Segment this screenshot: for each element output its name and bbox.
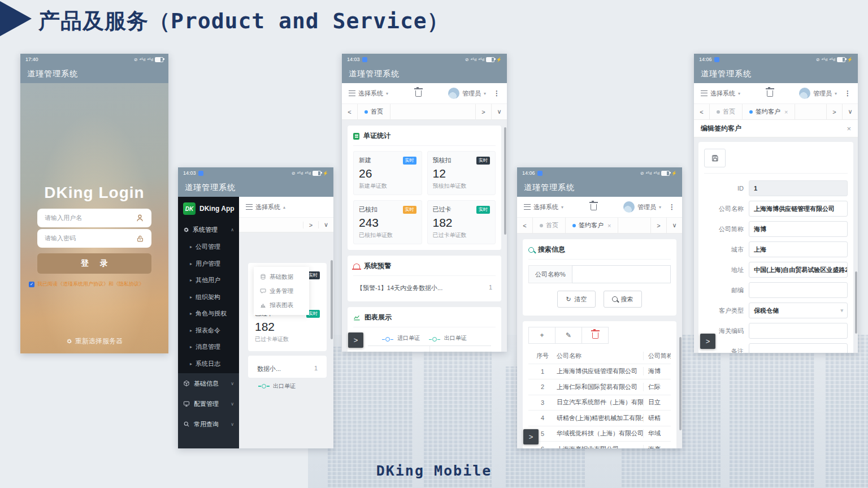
- next-tab-button[interactable]: >: [826, 104, 842, 119]
- reselect-server-link[interactable]: 重新选择服务器: [20, 336, 168, 346]
- next-tab-button[interactable]: >: [475, 104, 491, 119]
- next-page-button[interactable]: >: [700, 334, 715, 349]
- select-system-menu[interactable]: 选择系统 ▾: [524, 203, 563, 211]
- table-body: 1 上海海博供应链管理有限公司 海博 2 上海仁际和国际贸易有限公司 仁际 3: [528, 364, 671, 449]
- table-row[interactable]: 5 华域视觉科技（上海）有限公司 华域: [528, 426, 671, 442]
- sidebar-submenu-item[interactable]: ▸ 公司管理: [178, 239, 239, 256]
- clear-button[interactable]: ↻ 清空: [557, 291, 595, 308]
- sidebar-item-base-info[interactable]: 基础信息 ∨: [178, 373, 239, 394]
- form-input[interactable]: 保税仓储 ▾: [749, 303, 848, 318]
- trash-icon[interactable]: [415, 90, 422, 97]
- edit-button[interactable]: ✎: [555, 327, 582, 344]
- close-tab-icon[interactable]: ×: [607, 222, 611, 229]
- tab-home[interactable]: 首页: [710, 104, 743, 119]
- scrollbar-thumb[interactable]: [679, 337, 682, 430]
- app-title: 道瑾管理系统: [342, 65, 507, 83]
- save-button[interactable]: [704, 149, 726, 167]
- sidebar-submenu-item[interactable]: ▸ 组织架构: [178, 289, 239, 306]
- more-menu-icon[interactable]: ⋮: [844, 89, 851, 97]
- form-input[interactable]: ▾: [749, 343, 848, 353]
- admin-label[interactable]: 管理员: [637, 203, 656, 211]
- tab-list-button[interactable]: ∨: [666, 218, 682, 233]
- sidebar-submenu-item[interactable]: ▸ 报表命令: [178, 322, 239, 339]
- login-button[interactable]: 登 录: [37, 253, 151, 274]
- tab-customer[interactable]: 签约客户 ×: [566, 218, 618, 233]
- scrollbar-thumb[interactable]: [504, 127, 506, 235]
- avatar[interactable]: [623, 201, 635, 213]
- tab-label: 签约客户: [579, 221, 604, 230]
- add-button[interactable]: +: [528, 327, 555, 344]
- password-field[interactable]: 请输入密码: [37, 229, 151, 248]
- alert-row[interactable]: 【预警-1】14天内业务数据小... 1: [353, 276, 496, 296]
- next-page-button[interactable]: >: [523, 429, 539, 444]
- form-input[interactable]: 1 ▾: [749, 180, 848, 196]
- form-input[interactable]: ▾: [749, 323, 848, 339]
- bolt-icon: ⚡: [847, 57, 853, 62]
- sidebar-submenu-item[interactable]: ▸ 其他用户: [178, 272, 239, 289]
- signal-icon: ⁴⁶ıl: [471, 57, 477, 62]
- tab-customer[interactable]: 签约客户 ×: [743, 104, 795, 119]
- legend-item[interactable]: 进口单证: [382, 334, 420, 342]
- select-system-menu[interactable]: 选择系统 ▾: [349, 89, 388, 98]
- form-input[interactable]: 中国(上海)自由贸易试验区业盛路218号 ▾: [749, 262, 848, 278]
- table-row[interactable]: 6 上海海亮铜业有限公司 海亮: [528, 442, 671, 448]
- status-icons: ⊘ ⁴⁶ıl ⁴⁶ıl: [134, 57, 163, 62]
- admin-label[interactable]: 管理员: [462, 89, 481, 98]
- avatar[interactable]: [799, 88, 810, 99]
- next-tab-button[interactable]: >: [650, 218, 666, 233]
- delete-button[interactable]: [582, 327, 609, 344]
- search-button[interactable]: 搜索: [604, 291, 642, 308]
- menu-item-base-data[interactable]: 基础数据: [254, 270, 309, 284]
- form-input[interactable]: ▾: [749, 282, 848, 298]
- prev-tab-button[interactable]: <: [694, 104, 710, 119]
- app-title: 道瑾管理系统: [178, 179, 333, 197]
- more-menu-icon[interactable]: ⋮: [669, 203, 675, 211]
- form-input[interactable]: 海博 ▾: [749, 221, 848, 237]
- legend-item[interactable]: 出口单证: [429, 334, 467, 342]
- tab-home[interactable]: 首页: [533, 218, 566, 233]
- more-menu-icon[interactable]: ⋮: [493, 89, 500, 97]
- tab-label: 首页: [723, 107, 735, 116]
- prev-tab-button[interactable]: <: [517, 218, 533, 233]
- menu-item-business[interactable]: 业务管理: [254, 284, 309, 298]
- dashboard-content: 单证统计 新建 实时 26 新建单证数 预核扣: [342, 120, 507, 352]
- tab-list-button[interactable]: ∨: [491, 104, 507, 119]
- sidebar-item-queries[interactable]: 常用查询 ∨: [178, 414, 239, 434]
- table-row[interactable]: 3 日立汽车系统部件（上海）有限公司 日立: [528, 395, 671, 411]
- menu-item-reports[interactable]: 报表图表: [254, 298, 309, 312]
- admin-label[interactable]: 管理员: [813, 89, 832, 98]
- table-row[interactable]: 4 研精舍(上海)精密机械加工有限公司 研精: [528, 411, 671, 426]
- sidebar-submenu-item[interactable]: ▸ 角色与授权: [178, 305, 239, 322]
- phone-header: 17:40 ⊘ ⁴⁶ıl ⁴⁶ıl 道瑾管理系统: [20, 54, 168, 83]
- scrollbar-thumb[interactable]: [331, 260, 333, 339]
- close-panel-icon[interactable]: ×: [847, 124, 851, 133]
- sidebar-item-system-admin[interactable]: 系统管理 ∧: [178, 221, 239, 239]
- form-row: 城市 上海 ▾: [704, 241, 848, 257]
- form-input[interactable]: 上海 ▾: [749, 241, 848, 257]
- close-tab-icon[interactable]: ×: [784, 109, 788, 115]
- next-page-button[interactable]: >: [348, 332, 363, 348]
- tab-home[interactable]: 首页: [358, 104, 390, 119]
- prev-tab-button[interactable]: <: [342, 104, 358, 119]
- tab-list-button[interactable]: ∨: [842, 104, 858, 119]
- select-system-menu[interactable]: 选择系统 ▾: [701, 89, 740, 98]
- table-row[interactable]: 2 上海仁际和国际贸易有限公司 仁际: [528, 379, 671, 395]
- select-system-menu[interactable]: 选择系统 ▴: [246, 203, 285, 211]
- agreement-checkbox[interactable]: ✓: [29, 282, 34, 287]
- sidebar-submenu-item[interactable]: ▸ 消息管理: [178, 339, 239, 356]
- bolt-icon: ⚡: [323, 171, 328, 176]
- username-field[interactable]: 请输入用户名: [37, 209, 151, 227]
- agreement-text[interactable]: 我已阅读《道瑾系统用户协议》和《隐私协议》: [37, 280, 144, 288]
- company-name-input[interactable]: [572, 265, 671, 283]
- next-tab-button[interactable]: >: [303, 222, 318, 228]
- trash-icon[interactable]: [767, 90, 773, 97]
- form-input[interactable]: 上海海博供应链管理有限公司 ▾: [749, 201, 848, 217]
- sidebar-item-config[interactable]: 配置管理 ∨: [178, 394, 239, 414]
- trash-icon[interactable]: [591, 204, 597, 210]
- table-row[interactable]: 1 上海海博供应链管理有限公司 海博: [528, 364, 671, 380]
- avatar[interactable]: [448, 88, 459, 99]
- sidebar-submenu-item[interactable]: ▸ 用户管理: [178, 256, 239, 273]
- scrollbar-thumb[interactable]: [855, 271, 857, 334]
- tab-list-button[interactable]: ∨: [318, 221, 333, 228]
- sidebar-submenu-item[interactable]: ▸ 系统日志: [178, 356, 239, 373]
